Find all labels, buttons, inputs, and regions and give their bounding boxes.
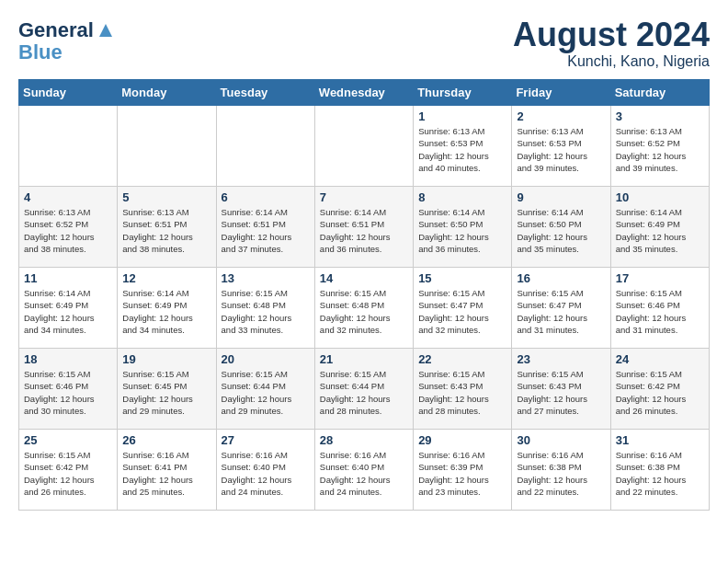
day-info: Sunrise: 6:16 AM Sunset: 6:40 PM Dayligh… xyxy=(320,449,408,498)
header-friday: Friday xyxy=(512,80,610,106)
day-cell: 28Sunrise: 6:16 AM Sunset: 6:40 PM Dayli… xyxy=(314,430,413,511)
day-cell: 13Sunrise: 6:15 AM Sunset: 6:48 PM Dayli… xyxy=(216,268,314,349)
day-cell: 29Sunrise: 6:16 AM Sunset: 6:39 PM Dayli… xyxy=(414,430,512,511)
day-cell: 18Sunrise: 6:15 AM Sunset: 6:46 PM Dayli… xyxy=(19,349,118,430)
day-info: Sunrise: 6:15 AM Sunset: 6:47 PM Dayligh… xyxy=(418,287,506,336)
day-number: 18 xyxy=(24,352,112,366)
day-info: Sunrise: 6:14 AM Sunset: 6:49 PM Dayligh… xyxy=(24,287,112,336)
day-number: 10 xyxy=(616,190,704,204)
day-cell xyxy=(118,106,216,187)
day-number: 1 xyxy=(418,109,506,123)
day-info: Sunrise: 6:16 AM Sunset: 6:41 PM Dayligh… xyxy=(122,449,210,498)
day-number: 22 xyxy=(418,352,506,366)
week-row-3: 11Sunrise: 6:14 AM Sunset: 6:49 PM Dayli… xyxy=(19,268,710,349)
day-number: 3 xyxy=(616,109,704,123)
day-cell: 1Sunrise: 6:13 AM Sunset: 6:53 PM Daylig… xyxy=(414,106,512,187)
header-tuesday: Tuesday xyxy=(216,80,314,106)
day-info: Sunrise: 6:16 AM Sunset: 6:40 PM Dayligh… xyxy=(222,449,310,498)
day-cell: 30Sunrise: 6:16 AM Sunset: 6:38 PM Dayli… xyxy=(512,430,610,511)
day-info: Sunrise: 6:14 AM Sunset: 6:50 PM Dayligh… xyxy=(517,206,605,255)
day-info: Sunrise: 6:16 AM Sunset: 6:39 PM Dayligh… xyxy=(418,449,506,498)
day-info: Sunrise: 6:15 AM Sunset: 6:42 PM Dayligh… xyxy=(24,449,112,498)
week-row-4: 18Sunrise: 6:15 AM Sunset: 6:46 PM Dayli… xyxy=(19,349,710,430)
day-number: 14 xyxy=(320,271,408,285)
logo-icon xyxy=(96,20,116,40)
day-cell: 19Sunrise: 6:15 AM Sunset: 6:45 PM Dayli… xyxy=(118,349,216,430)
day-info: Sunrise: 6:15 AM Sunset: 6:44 PM Dayligh… xyxy=(222,368,310,417)
header-saturday: Saturday xyxy=(610,80,709,106)
day-number: 5 xyxy=(122,190,210,204)
day-info: Sunrise: 6:14 AM Sunset: 6:51 PM Dayligh… xyxy=(320,206,408,255)
day-cell: 8Sunrise: 6:14 AM Sunset: 6:50 PM Daylig… xyxy=(414,187,512,268)
logo-blue: Blue xyxy=(18,40,63,64)
day-number: 27 xyxy=(222,433,310,447)
header-sunday: Sunday xyxy=(19,80,118,106)
day-info: Sunrise: 6:15 AM Sunset: 6:44 PM Dayligh… xyxy=(320,368,408,417)
day-cell: 26Sunrise: 6:16 AM Sunset: 6:41 PM Dayli… xyxy=(118,430,216,511)
day-info: Sunrise: 6:15 AM Sunset: 6:46 PM Dayligh… xyxy=(616,287,704,336)
week-row-2: 4Sunrise: 6:13 AM Sunset: 6:52 PM Daylig… xyxy=(19,187,710,268)
week-row-1: 1Sunrise: 6:13 AM Sunset: 6:53 PM Daylig… xyxy=(19,106,710,187)
day-number: 4 xyxy=(24,190,112,204)
day-cell: 31Sunrise: 6:16 AM Sunset: 6:38 PM Dayli… xyxy=(610,430,709,511)
day-number: 17 xyxy=(616,271,704,285)
header-monday: Monday xyxy=(118,80,216,106)
day-cell: 9Sunrise: 6:14 AM Sunset: 6:50 PM Daylig… xyxy=(512,187,610,268)
day-info: Sunrise: 6:15 AM Sunset: 6:43 PM Dayligh… xyxy=(418,368,506,417)
day-cell: 23Sunrise: 6:15 AM Sunset: 6:43 PM Dayli… xyxy=(512,349,610,430)
day-number: 9 xyxy=(517,190,605,204)
day-cell: 17Sunrise: 6:15 AM Sunset: 6:46 PM Dayli… xyxy=(610,268,709,349)
day-info: Sunrise: 6:14 AM Sunset: 6:49 PM Dayligh… xyxy=(122,287,210,336)
week-row-5: 25Sunrise: 6:15 AM Sunset: 6:42 PM Dayli… xyxy=(19,430,710,511)
day-number: 12 xyxy=(122,271,210,285)
day-cell: 11Sunrise: 6:14 AM Sunset: 6:49 PM Dayli… xyxy=(19,268,118,349)
day-cell: 7Sunrise: 6:14 AM Sunset: 6:51 PM Daylig… xyxy=(314,187,413,268)
day-number: 24 xyxy=(616,352,704,366)
day-cell: 6Sunrise: 6:14 AM Sunset: 6:51 PM Daylig… xyxy=(216,187,314,268)
day-info: Sunrise: 6:13 AM Sunset: 6:53 PM Dayligh… xyxy=(418,125,506,174)
day-cell: 25Sunrise: 6:15 AM Sunset: 6:42 PM Dayli… xyxy=(19,430,118,511)
day-number: 26 xyxy=(122,433,210,447)
day-info: Sunrise: 6:14 AM Sunset: 6:50 PM Dayligh… xyxy=(418,206,506,255)
day-cell: 20Sunrise: 6:15 AM Sunset: 6:44 PM Dayli… xyxy=(216,349,314,430)
header-thursday: Thursday xyxy=(414,80,512,106)
logo: General Blue xyxy=(18,18,116,64)
day-cell: 27Sunrise: 6:16 AM Sunset: 6:40 PM Dayli… xyxy=(216,430,314,511)
day-cell: 24Sunrise: 6:15 AM Sunset: 6:42 PM Dayli… xyxy=(610,349,709,430)
day-cell: 16Sunrise: 6:15 AM Sunset: 6:47 PM Dayli… xyxy=(512,268,610,349)
day-cell: 2Sunrise: 6:13 AM Sunset: 6:53 PM Daylig… xyxy=(512,106,610,187)
day-info: Sunrise: 6:15 AM Sunset: 6:42 PM Dayligh… xyxy=(616,368,704,417)
day-cell: 22Sunrise: 6:15 AM Sunset: 6:43 PM Dayli… xyxy=(414,349,512,430)
calendar-table: SundayMondayTuesdayWednesdayThursdayFrid… xyxy=(18,79,710,511)
day-info: Sunrise: 6:14 AM Sunset: 6:51 PM Dayligh… xyxy=(222,206,310,255)
title-area: August 2024 Kunchi, Kano, Nigeria xyxy=(513,18,710,70)
page-header: General Blue August 2024 Kunchi, Kano, N… xyxy=(18,18,710,70)
day-number: 7 xyxy=(320,190,408,204)
day-number: 23 xyxy=(517,352,605,366)
day-info: Sunrise: 6:16 AM Sunset: 6:38 PM Dayligh… xyxy=(517,449,605,498)
day-number: 16 xyxy=(517,271,605,285)
day-number: 2 xyxy=(517,109,605,123)
location: Kunchi, Kano, Nigeria xyxy=(513,53,710,70)
svg-marker-0 xyxy=(99,24,112,37)
month-title: August 2024 xyxy=(513,18,710,52)
day-info: Sunrise: 6:15 AM Sunset: 6:45 PM Dayligh… xyxy=(122,368,210,417)
day-number: 29 xyxy=(418,433,506,447)
day-cell: 12Sunrise: 6:14 AM Sunset: 6:49 PM Dayli… xyxy=(118,268,216,349)
day-number: 11 xyxy=(24,271,112,285)
day-number: 20 xyxy=(222,352,310,366)
day-number: 15 xyxy=(418,271,506,285)
day-info: Sunrise: 6:15 AM Sunset: 6:47 PM Dayligh… xyxy=(517,287,605,336)
header-wednesday: Wednesday xyxy=(314,80,413,106)
day-cell xyxy=(314,106,413,187)
day-info: Sunrise: 6:16 AM Sunset: 6:38 PM Dayligh… xyxy=(616,449,704,498)
day-info: Sunrise: 6:15 AM Sunset: 6:48 PM Dayligh… xyxy=(222,287,310,336)
weekday-header-row: SundayMondayTuesdayWednesdayThursdayFrid… xyxy=(19,80,710,106)
day-cell: 14Sunrise: 6:15 AM Sunset: 6:48 PM Dayli… xyxy=(314,268,413,349)
day-info: Sunrise: 6:15 AM Sunset: 6:46 PM Dayligh… xyxy=(24,368,112,417)
logo-general: General xyxy=(18,18,94,42)
day-number: 28 xyxy=(320,433,408,447)
day-info: Sunrise: 6:15 AM Sunset: 6:43 PM Dayligh… xyxy=(517,368,605,417)
day-info: Sunrise: 6:13 AM Sunset: 6:51 PM Dayligh… xyxy=(122,206,210,255)
day-info: Sunrise: 6:13 AM Sunset: 6:53 PM Dayligh… xyxy=(517,125,605,174)
